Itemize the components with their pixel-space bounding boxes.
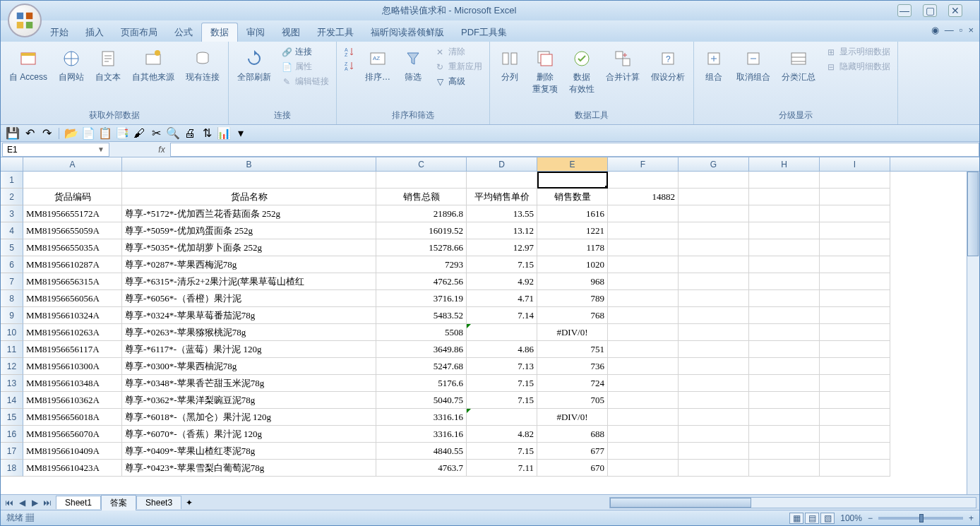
cell[interactable]: [467, 409, 537, 426]
cell[interactable]: [608, 239, 679, 256]
cell[interactable]: MM81956610409A: [23, 443, 122, 460]
what-if-button[interactable]: ?假设分析: [647, 44, 689, 86]
cell[interactable]: [820, 172, 890, 189]
cell[interactable]: 尊享-*5172*-优加西兰花香菇面条 252g: [122, 205, 376, 222]
from-other-button[interactable]: 自其他来源: [128, 44, 179, 86]
cell[interactable]: 736: [537, 358, 608, 375]
row-header[interactable]: 6: [1, 256, 23, 273]
cell[interactable]: [467, 324, 537, 341]
cell[interactable]: 768: [537, 307, 608, 324]
cell[interactable]: 尊享-*6117*-（蓝莓）果汁泥 120g: [122, 341, 376, 358]
ungroup-button[interactable]: 取消组合: [732, 44, 775, 86]
cell[interactable]: [608, 256, 679, 273]
help-icon[interactable]: ◉: [931, 25, 939, 35]
open-icon[interactable]: 📂: [65, 127, 78, 140]
cell[interactable]: [820, 443, 890, 460]
cell[interactable]: [820, 426, 890, 443]
cell[interactable]: [820, 460, 890, 477]
cell[interactable]: [376, 172, 467, 189]
cell[interactable]: [608, 460, 679, 477]
sheet-nav-last-icon[interactable]: ⏭: [42, 498, 53, 508]
cell[interactable]: [679, 222, 749, 239]
sheet-nav-prev-icon[interactable]: ◀: [16, 498, 28, 508]
tab-pdf[interactable]: PDF工具集: [453, 23, 515, 42]
consolidate-button[interactable]: 合并计算: [602, 44, 644, 86]
vertical-scrollbar[interactable]: [967, 172, 979, 494]
cell[interactable]: 3316.16: [376, 409, 467, 426]
cut-icon[interactable]: ✂: [150, 127, 162, 140]
cell[interactable]: 尊享-*6070*-（香蕉）果汁泥 120g: [122, 426, 376, 443]
cell[interactable]: MM81956655172A: [23, 205, 122, 222]
cell[interactable]: [608, 290, 679, 307]
tab-layout[interactable]: 页面布局: [112, 23, 166, 42]
cell[interactable]: MM81956655035A: [23, 239, 122, 256]
normal-view-icon[interactable]: ▦: [789, 513, 803, 524]
cell[interactable]: 3716.19: [376, 290, 467, 307]
cell[interactable]: [820, 205, 890, 222]
cell[interactable]: [679, 426, 749, 443]
office-button[interactable]: [8, 4, 42, 37]
row-header[interactable]: 8: [1, 290, 23, 307]
cell[interactable]: 7.15: [467, 256, 537, 273]
cell[interactable]: [749, 205, 820, 222]
cell[interactable]: 1616: [537, 205, 608, 222]
cell[interactable]: 12.97: [467, 239, 537, 256]
cell[interactable]: 7293: [376, 256, 467, 273]
row-header[interactable]: 1: [1, 172, 23, 189]
cell[interactable]: [820, 239, 890, 256]
cell[interactable]: 货品编码: [23, 189, 122, 205]
formula-input[interactable]: [170, 143, 979, 157]
sheet-nav-first-icon[interactable]: ⏮: [4, 498, 15, 508]
minimize-ribbon-icon[interactable]: —: [945, 25, 954, 35]
from-access-button[interactable]: 自 Access: [5, 44, 52, 86]
tab-insert[interactable]: 插入: [77, 23, 112, 42]
cell[interactable]: [608, 375, 679, 392]
sort-asc-button[interactable]: AZ: [344, 46, 355, 57]
save-icon[interactable]: 💾: [6, 127, 19, 140]
cell[interactable]: [608, 392, 679, 409]
maximize-button[interactable]: ▢: [923, 4, 937, 17]
row-header[interactable]: 17: [1, 443, 23, 460]
cell[interactable]: 789: [537, 290, 608, 307]
zoom-slider[interactable]: [878, 517, 963, 520]
cell[interactable]: [820, 189, 890, 205]
cell[interactable]: [820, 290, 890, 307]
cell[interactable]: 尊享-*0263*-苹果猕猴桃泥78g: [122, 324, 376, 341]
cell[interactable]: 4762.56: [376, 273, 467, 290]
cell[interactable]: 5508: [376, 324, 467, 341]
refresh-all-button[interactable]: 全部刷新: [233, 44, 275, 86]
cell[interactable]: 尊享-*5059*-优加鸡蛋面条 252g: [122, 222, 376, 239]
group-button[interactable]: 组合: [698, 44, 729, 86]
tab-view[interactable]: 视图: [273, 23, 309, 42]
tab-developer[interactable]: 开发工具: [309, 23, 362, 42]
cell[interactable]: MM81956655059A: [23, 222, 122, 239]
sort-icon[interactable]: ⇅: [201, 127, 213, 140]
row-header[interactable]: 2: [1, 189, 23, 205]
row-header[interactable]: 18: [1, 460, 23, 477]
col-header-I[interactable]: I: [820, 157, 890, 171]
subtotal-button[interactable]: 分类汇总: [777, 44, 820, 86]
zoom-level[interactable]: 100%: [840, 513, 862, 523]
filter-button[interactable]: 筛选: [398, 44, 429, 86]
cell[interactable]: [749, 460, 820, 477]
cell[interactable]: 7.15: [467, 443, 537, 460]
cell[interactable]: 7.11: [467, 460, 537, 477]
cell[interactable]: [679, 256, 749, 273]
name-box[interactable]: E1▼: [2, 143, 109, 157]
cell[interactable]: [608, 443, 679, 460]
print-icon[interactable]: 🖨: [184, 127, 196, 140]
cell[interactable]: 21896.8: [376, 205, 467, 222]
cell[interactable]: [749, 341, 820, 358]
cell[interactable]: [749, 307, 820, 324]
cell[interactable]: 4.92: [467, 273, 537, 290]
cell[interactable]: [749, 189, 820, 205]
from-text-button[interactable]: 自文本: [91, 44, 125, 86]
cell[interactable]: [679, 205, 749, 222]
cell[interactable]: [820, 409, 890, 426]
from-web-button[interactable]: 自网站: [54, 44, 88, 86]
zoom-out-icon[interactable]: −: [868, 513, 873, 523]
cell[interactable]: 5483.52: [376, 307, 467, 324]
cell[interactable]: 5040.75: [376, 392, 467, 409]
cell[interactable]: 968: [537, 273, 608, 290]
connections-button[interactable]: 🔗连接: [281, 46, 329, 58]
